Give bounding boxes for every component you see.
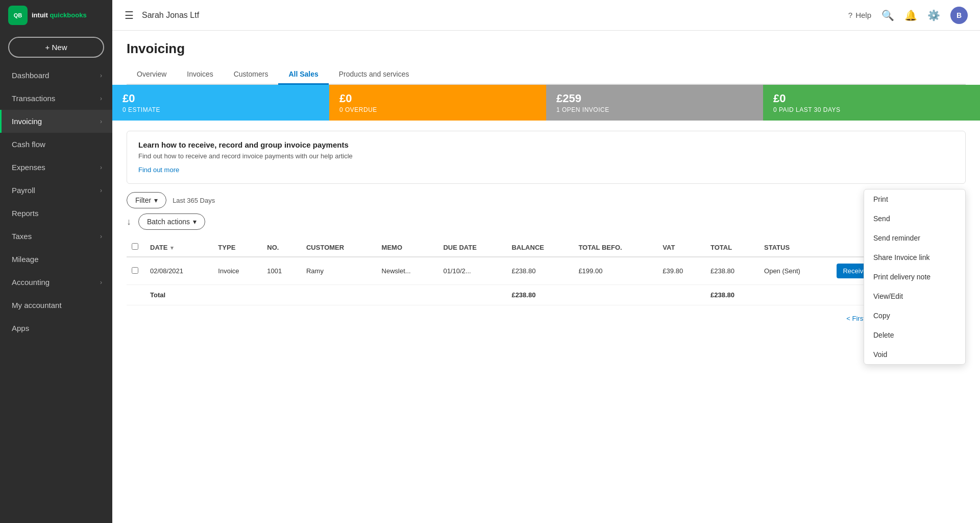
tab-all-sales[interactable]: All Sales bbox=[278, 65, 328, 85]
quickbooks-logo-icon: QB bbox=[8, 6, 28, 25]
tab-invoices[interactable]: Invoices bbox=[177, 65, 223, 85]
cell-memo: Newslet... bbox=[377, 257, 438, 285]
chevron-right-icon: › bbox=[100, 164, 102, 171]
dropdown-item-print-delivery-note[interactable]: Print delivery note bbox=[864, 267, 965, 287]
overdue-number: £0 bbox=[339, 92, 536, 105]
chevron-down-icon: ▾ bbox=[154, 196, 158, 204]
dropdown-item-send[interactable]: Send bbox=[864, 209, 965, 228]
sidebar-item-reports[interactable]: Reports bbox=[0, 202, 112, 225]
dropdown-item-print[interactable]: Print bbox=[864, 189, 965, 209]
cell-total-before: £199.00 bbox=[573, 257, 657, 285]
find-out-more-link[interactable]: Find out more bbox=[138, 166, 179, 174]
cell-date: 02/08/2021 bbox=[145, 257, 213, 285]
info-box: Learn how to receive, record and group i… bbox=[127, 131, 966, 184]
chevron-right-icon: › bbox=[100, 95, 102, 102]
total-label: Total bbox=[145, 285, 506, 305]
summary-cards: £0 0 ESTIMATE £0 0 OVERDUE £259 1 OPEN I… bbox=[112, 85, 980, 121]
col-balance: BALANCE bbox=[506, 238, 573, 257]
batch-actions-button[interactable]: Batch actions ▾ bbox=[138, 213, 205, 230]
chevron-right-icon: › bbox=[100, 118, 102, 125]
pagination: < First Previous 1-1 of 1 Next Last > bbox=[127, 315, 966, 322]
estimate-label: 0 ESTIMATE bbox=[122, 106, 319, 113]
dropdown-item-delete[interactable]: Delete bbox=[864, 325, 965, 345]
paid-label: 0 PAID LAST 30 DAYS bbox=[773, 106, 970, 113]
col-due-date: DUE DATE bbox=[438, 238, 506, 257]
chevron-down-icon: ▾ bbox=[193, 218, 197, 226]
sidebar-item-myaccountant[interactable]: My accountant bbox=[0, 294, 112, 317]
gear-icon[interactable]: ⚙️ bbox=[927, 9, 940, 21]
dropdown-item-view-edit[interactable]: View/Edit bbox=[864, 287, 965, 306]
sidebar-item-mileage[interactable]: Mileage bbox=[0, 248, 112, 271]
select-all-header[interactable] bbox=[127, 238, 145, 257]
chevron-right-icon: › bbox=[100, 72, 102, 79]
total-balance: £238.80 bbox=[506, 285, 573, 305]
sidebar: QB intuit quickbooks + New Dashboard › T… bbox=[0, 0, 112, 523]
tab-products-and-services[interactable]: Products and services bbox=[329, 65, 420, 85]
table-row: 02/08/2021 Invoice 1001 Ramy Newslet... … bbox=[127, 257, 966, 285]
cell-due-date: 01/10/2... bbox=[438, 257, 506, 285]
invoices-table: DATE ▾ TYPE NO. CUSTOMER MEMO DUE DATE B… bbox=[127, 238, 966, 305]
question-icon: ? bbox=[848, 11, 852, 19]
date-range-label: Last 365 Days bbox=[173, 197, 215, 204]
sort-icon: ↓ bbox=[127, 217, 131, 227]
sidebar-item-transactions[interactable]: Transactions › bbox=[0, 87, 112, 110]
invoices-table-wrap: DATE ▾ TYPE NO. CUSTOMER MEMO DUE DATE B… bbox=[127, 238, 966, 305]
chevron-right-icon: › bbox=[100, 233, 102, 240]
col-type: TYPE bbox=[213, 238, 262, 257]
search-icon[interactable]: 🔍 bbox=[881, 9, 894, 21]
open-number: £259 bbox=[556, 92, 753, 105]
col-vat: VAT bbox=[657, 238, 705, 257]
cell-status: Open (Sent) bbox=[759, 257, 831, 285]
cell-no: 1001 bbox=[262, 257, 301, 285]
page-title: Invoicing bbox=[127, 41, 966, 57]
col-total-before: TOTAL BEFO. bbox=[573, 238, 657, 257]
sidebar-item-dashboard[interactable]: Dashboard › bbox=[0, 64, 112, 87]
dropdown-item-copy[interactable]: Copy bbox=[864, 306, 965, 325]
topbar: ☰ Sarah Jonas Ltf ? Help 🔍 🔔 ⚙️ B bbox=[112, 0, 980, 31]
chevron-right-icon: › bbox=[100, 187, 102, 194]
dropdown-item-void[interactable]: Void bbox=[864, 345, 965, 364]
cell-vat: £39.80 bbox=[657, 257, 705, 285]
tab-overview[interactable]: Overview bbox=[127, 65, 177, 85]
page-content-area: Invoicing Overview Invoices Customers Al… bbox=[112, 31, 980, 523]
avatar[interactable]: B bbox=[950, 7, 968, 24]
chevron-right-icon: › bbox=[100, 279, 102, 286]
sidebar-item-invoicing[interactable]: Invoicing › bbox=[0, 110, 112, 133]
sidebar-item-cashflow[interactable]: Cash flow bbox=[0, 133, 112, 156]
sidebar-item-expenses[interactable]: Expenses › bbox=[0, 156, 112, 179]
pagination-first[interactable]: < First bbox=[846, 315, 865, 322]
dropdown-item-send-reminder[interactable]: Send reminder bbox=[864, 228, 965, 248]
col-no: NO. bbox=[262, 238, 301, 257]
summary-card-paid[interactable]: £0 0 PAID LAST 30 DAYS bbox=[763, 85, 980, 121]
open-label: 1 OPEN INVOICE bbox=[556, 106, 753, 113]
filter-row: Filter ▾ Last 365 Days bbox=[127, 192, 966, 208]
row-checkbox-cell[interactable] bbox=[127, 257, 145, 285]
filter-button[interactable]: Filter ▾ bbox=[127, 192, 166, 208]
info-box-description: Find out how to receive and record invoi… bbox=[138, 152, 954, 160]
hamburger-icon[interactable]: ☰ bbox=[125, 9, 134, 21]
col-date[interactable]: DATE ▾ bbox=[145, 238, 213, 257]
sidebar-item-accounting[interactable]: Accounting › bbox=[0, 271, 112, 294]
sidebar-item-taxes[interactable]: Taxes › bbox=[0, 225, 112, 248]
help-button[interactable]: ? Help bbox=[848, 11, 871, 19]
paid-number: £0 bbox=[773, 92, 970, 105]
sort-arrow-icon: ▾ bbox=[170, 245, 174, 251]
col-customer: CUSTOMER bbox=[301, 238, 377, 257]
estimate-number: £0 bbox=[122, 92, 319, 105]
col-memo: MEMO bbox=[377, 238, 438, 257]
sidebar-item-payroll[interactable]: Payroll › bbox=[0, 179, 112, 202]
select-all-checkbox[interactable] bbox=[132, 243, 138, 250]
new-button[interactable]: + New bbox=[8, 37, 104, 58]
dropdown-item-share-invoice-link[interactable]: Share Invoice link bbox=[864, 248, 965, 267]
summary-card-overdue[interactable]: £0 0 OVERDUE bbox=[329, 85, 546, 121]
logo: QB intuit quickbooks bbox=[0, 0, 112, 31]
row-checkbox[interactable] bbox=[132, 267, 138, 274]
logo-text: intuit quickbooks bbox=[32, 11, 87, 19]
summary-card-open[interactable]: £259 1 OPEN INVOICE bbox=[546, 85, 763, 121]
sidebar-item-apps[interactable]: Apps bbox=[0, 317, 112, 340]
bell-icon[interactable]: 🔔 bbox=[904, 9, 917, 21]
tab-customers[interactable]: Customers bbox=[224, 65, 279, 85]
col-total: TOTAL bbox=[705, 238, 759, 257]
batch-row: ↓ Batch actions ▾ bbox=[127, 213, 966, 230]
summary-card-estimate[interactable]: £0 0 ESTIMATE bbox=[112, 85, 329, 121]
